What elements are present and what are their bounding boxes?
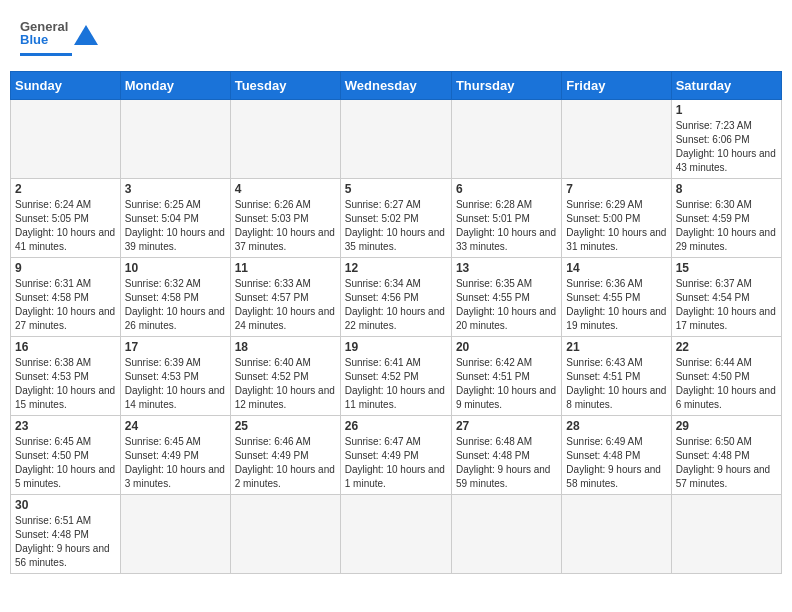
day-number: 6: [456, 182, 557, 196]
day-number: 15: [676, 261, 777, 275]
day-number: 11: [235, 261, 336, 275]
day-info: Sunrise: 6:35 AM Sunset: 4:55 PM Dayligh…: [456, 277, 557, 333]
day-number: 14: [566, 261, 666, 275]
day-number: 12: [345, 261, 447, 275]
calendar-day-cell: 26Sunrise: 6:47 AM Sunset: 4:49 PM Dayli…: [340, 416, 451, 495]
day-info: Sunrise: 6:50 AM Sunset: 4:48 PM Dayligh…: [676, 435, 777, 491]
calendar-day-cell: 20Sunrise: 6:42 AM Sunset: 4:51 PM Dayli…: [451, 337, 561, 416]
day-info: Sunrise: 6:25 AM Sunset: 5:04 PM Dayligh…: [125, 198, 226, 254]
day-number: 22: [676, 340, 777, 354]
day-info: Sunrise: 6:36 AM Sunset: 4:55 PM Dayligh…: [566, 277, 666, 333]
calendar-day-header: Saturday: [671, 72, 781, 100]
calendar-day-cell: [230, 100, 340, 179]
day-info: Sunrise: 7:23 AM Sunset: 6:06 PM Dayligh…: [676, 119, 777, 175]
calendar-day-header: Tuesday: [230, 72, 340, 100]
day-info: Sunrise: 6:45 AM Sunset: 4:49 PM Dayligh…: [125, 435, 226, 491]
calendar-day-cell: 25Sunrise: 6:46 AM Sunset: 4:49 PM Dayli…: [230, 416, 340, 495]
day-info: Sunrise: 6:49 AM Sunset: 4:48 PM Dayligh…: [566, 435, 666, 491]
calendar-day-cell: 3Sunrise: 6:25 AM Sunset: 5:04 PM Daylig…: [120, 179, 230, 258]
day-info: Sunrise: 6:29 AM Sunset: 5:00 PM Dayligh…: [566, 198, 666, 254]
day-info: Sunrise: 6:46 AM Sunset: 4:49 PM Dayligh…: [235, 435, 336, 491]
day-info: Sunrise: 6:27 AM Sunset: 5:02 PM Dayligh…: [345, 198, 447, 254]
day-number: 17: [125, 340, 226, 354]
day-info: Sunrise: 6:32 AM Sunset: 4:58 PM Dayligh…: [125, 277, 226, 333]
calendar-day-cell: [340, 100, 451, 179]
calendar-day-cell: 15Sunrise: 6:37 AM Sunset: 4:54 PM Dayli…: [671, 258, 781, 337]
day-number: 8: [676, 182, 777, 196]
day-number: 9: [15, 261, 116, 275]
day-number: 26: [345, 419, 447, 433]
calendar-day-cell: [562, 100, 671, 179]
day-info: Sunrise: 6:44 AM Sunset: 4:50 PM Dayligh…: [676, 356, 777, 412]
day-number: 7: [566, 182, 666, 196]
calendar-table: SundayMondayTuesdayWednesdayThursdayFrid…: [10, 71, 782, 574]
calendar-day-cell: 6Sunrise: 6:28 AM Sunset: 5:01 PM Daylig…: [451, 179, 561, 258]
day-number: 28: [566, 419, 666, 433]
day-info: Sunrise: 6:51 AM Sunset: 4:48 PM Dayligh…: [15, 514, 116, 570]
logo: General Blue: [20, 20, 98, 58]
header: General Blue: [10, 10, 782, 63]
calendar-day-cell: [451, 100, 561, 179]
day-info: Sunrise: 6:47 AM Sunset: 4:49 PM Dayligh…: [345, 435, 447, 491]
calendar-day-cell: [562, 495, 671, 574]
day-info: Sunrise: 6:28 AM Sunset: 5:01 PM Dayligh…: [456, 198, 557, 254]
calendar-day-cell: 16Sunrise: 6:38 AM Sunset: 4:53 PM Dayli…: [11, 337, 121, 416]
day-number: 21: [566, 340, 666, 354]
calendar-day-cell: 24Sunrise: 6:45 AM Sunset: 4:49 PM Dayli…: [120, 416, 230, 495]
calendar-day-header: Thursday: [451, 72, 561, 100]
calendar-day-cell: 19Sunrise: 6:41 AM Sunset: 4:52 PM Dayli…: [340, 337, 451, 416]
day-info: Sunrise: 6:40 AM Sunset: 4:52 PM Dayligh…: [235, 356, 336, 412]
day-number: 20: [456, 340, 557, 354]
calendar-day-cell: 9Sunrise: 6:31 AM Sunset: 4:58 PM Daylig…: [11, 258, 121, 337]
day-number: 3: [125, 182, 226, 196]
calendar-week-row: 30Sunrise: 6:51 AM Sunset: 4:48 PM Dayli…: [11, 495, 782, 574]
day-info: Sunrise: 6:33 AM Sunset: 4:57 PM Dayligh…: [235, 277, 336, 333]
calendar-week-row: 16Sunrise: 6:38 AM Sunset: 4:53 PM Dayli…: [11, 337, 782, 416]
day-number: 27: [456, 419, 557, 433]
calendar-day-cell: [230, 495, 340, 574]
calendar-day-cell: 13Sunrise: 6:35 AM Sunset: 4:55 PM Dayli…: [451, 258, 561, 337]
calendar-day-header: Wednesday: [340, 72, 451, 100]
day-info: Sunrise: 6:38 AM Sunset: 4:53 PM Dayligh…: [15, 356, 116, 412]
calendar-week-row: 9Sunrise: 6:31 AM Sunset: 4:58 PM Daylig…: [11, 258, 782, 337]
day-number: 5: [345, 182, 447, 196]
calendar-day-cell: 30Sunrise: 6:51 AM Sunset: 4:48 PM Dayli…: [11, 495, 121, 574]
day-number: 19: [345, 340, 447, 354]
calendar-day-cell: 27Sunrise: 6:48 AM Sunset: 4:48 PM Dayli…: [451, 416, 561, 495]
calendar-day-cell: 1Sunrise: 7:23 AM Sunset: 6:06 PM Daylig…: [671, 100, 781, 179]
calendar-day-cell: 11Sunrise: 6:33 AM Sunset: 4:57 PM Dayli…: [230, 258, 340, 337]
day-info: Sunrise: 6:34 AM Sunset: 4:56 PM Dayligh…: [345, 277, 447, 333]
calendar-day-cell: [120, 495, 230, 574]
day-number: 25: [235, 419, 336, 433]
day-info: Sunrise: 6:30 AM Sunset: 4:59 PM Dayligh…: [676, 198, 777, 254]
calendar-day-cell: 18Sunrise: 6:40 AM Sunset: 4:52 PM Dayli…: [230, 337, 340, 416]
calendar-day-cell: [120, 100, 230, 179]
calendar-day-cell: [340, 495, 451, 574]
calendar-week-row: 23Sunrise: 6:45 AM Sunset: 4:50 PM Dayli…: [11, 416, 782, 495]
calendar-day-header: Friday: [562, 72, 671, 100]
day-info: Sunrise: 6:31 AM Sunset: 4:58 PM Dayligh…: [15, 277, 116, 333]
day-info: Sunrise: 6:45 AM Sunset: 4:50 PM Dayligh…: [15, 435, 116, 491]
calendar-day-cell: [11, 100, 121, 179]
calendar-day-cell: 2Sunrise: 6:24 AM Sunset: 5:05 PM Daylig…: [11, 179, 121, 258]
calendar-day-cell: [671, 495, 781, 574]
calendar-week-row: 1Sunrise: 7:23 AM Sunset: 6:06 PM Daylig…: [11, 100, 782, 179]
calendar-day-cell: 10Sunrise: 6:32 AM Sunset: 4:58 PM Dayli…: [120, 258, 230, 337]
day-number: 24: [125, 419, 226, 433]
calendar-week-row: 2Sunrise: 6:24 AM Sunset: 5:05 PM Daylig…: [11, 179, 782, 258]
day-number: 29: [676, 419, 777, 433]
calendar-day-cell: 17Sunrise: 6:39 AM Sunset: 4:53 PM Dayli…: [120, 337, 230, 416]
day-info: Sunrise: 6:39 AM Sunset: 4:53 PM Dayligh…: [125, 356, 226, 412]
calendar-day-header: Sunday: [11, 72, 121, 100]
day-info: Sunrise: 6:24 AM Sunset: 5:05 PM Dayligh…: [15, 198, 116, 254]
day-number: 23: [15, 419, 116, 433]
day-number: 13: [456, 261, 557, 275]
day-number: 10: [125, 261, 226, 275]
calendar-day-cell: 23Sunrise: 6:45 AM Sunset: 4:50 PM Dayli…: [11, 416, 121, 495]
day-number: 2: [15, 182, 116, 196]
calendar-day-header: Monday: [120, 72, 230, 100]
day-info: Sunrise: 6:43 AM Sunset: 4:51 PM Dayligh…: [566, 356, 666, 412]
day-info: Sunrise: 6:37 AM Sunset: 4:54 PM Dayligh…: [676, 277, 777, 333]
day-info: Sunrise: 6:48 AM Sunset: 4:48 PM Dayligh…: [456, 435, 557, 491]
calendar-day-cell: 4Sunrise: 6:26 AM Sunset: 5:03 PM Daylig…: [230, 179, 340, 258]
